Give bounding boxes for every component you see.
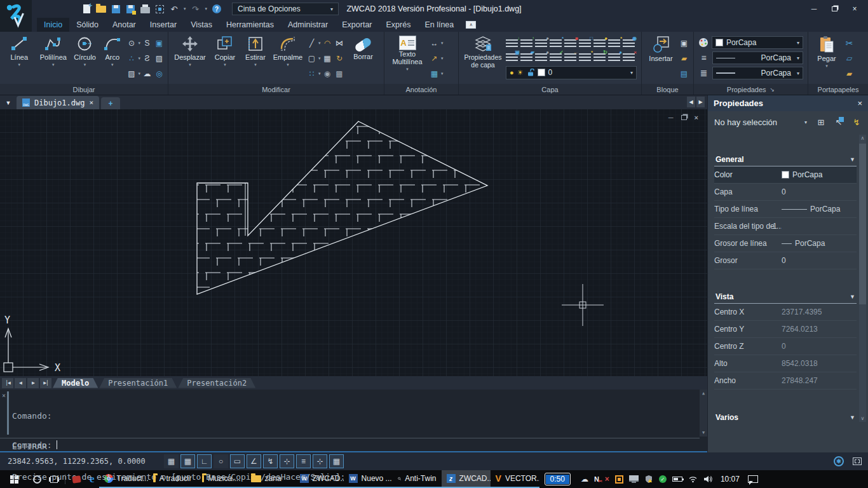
chevron-down-icon[interactable]: ▾ — [318, 56, 321, 61]
ribbon-collapse-button[interactable]: ∧ — [466, 21, 476, 29]
property-row-ancho[interactable]: Ancho 27848.247 — [714, 372, 857, 390]
layer-copy-button[interactable]: ● — [608, 52, 620, 63]
property-row-escala-tipo-linea[interactable]: Escala del tipo de ... 1 — [714, 218, 857, 235]
property-row-alto[interactable]: Alto 8542.0318 — [714, 355, 857, 372]
region-button[interactable]: ▣ — [154, 38, 165, 49]
help-button[interactable]: ? — [212, 4, 222, 14]
hatch-button[interactable]: ▨ — [126, 69, 137, 79]
collapse-section-icon[interactable]: ▼ — [850, 156, 855, 163]
tab-scroll-right-button[interactable]: ▶ — [696, 97, 705, 107]
scroll-up-icon[interactable]: ∧ — [861, 135, 865, 141]
property-row-centro-z[interactable]: Centro Z 0 — [714, 338, 857, 355]
layer-up-button[interactable]: ↑ — [520, 38, 532, 49]
copy-clip-button[interactable]: ▱ — [844, 53, 855, 64]
section-varios-header[interactable]: Varios ▼ — [714, 411, 857, 424]
action-center-icon[interactable] — [748, 475, 758, 483]
section-general-header[interactable]: General ▼ — [714, 153, 857, 166]
tab-vistas[interactable]: Vistas — [184, 18, 219, 32]
texto-multilinea-button[interactable]: A Texto Multilínea ▾ — [388, 34, 427, 83]
command-input[interactable]: Comando: — [0, 438, 700, 451]
layer-match-button[interactable]: ▣ — [506, 52, 518, 63]
previous-layout-button[interactable]: ◀ — [15, 378, 26, 388]
dimension-button[interactable]: ↔ — [429, 38, 440, 49]
tab-en-linea[interactable]: En línea — [417, 18, 461, 32]
command-splitter[interactable] — [7, 391, 9, 435]
layer-set-current-button[interactable]: ✓ — [550, 52, 562, 63]
next-layout-button[interactable]: ▶ — [27, 378, 39, 388]
create-block-button[interactable]: ▣ — [679, 38, 689, 49]
copiar-button[interactable]: Copiar ▾ — [210, 34, 240, 83]
doc-restore-button[interactable] — [681, 115, 687, 120]
minimize-button[interactable]: ─ — [804, 2, 824, 16]
edit-attribute-button[interactable]: ▰ — [679, 53, 689, 64]
properties-close-button[interactable]: × — [857, 98, 862, 108]
section-vista-header[interactable]: Vista ▼ — [714, 290, 857, 304]
layer-previous-button[interactable]: ← — [564, 52, 576, 63]
chevron-down-icon[interactable]: ▾ — [441, 41, 444, 46]
tab-insertar[interactable]: Insertar — [143, 18, 184, 32]
linetype-dropdown[interactable]: PorCapa ▾ — [712, 51, 803, 64]
close-tab-icon[interactable]: × — [89, 98, 93, 107]
manage-attributes-button[interactable]: ▤ — [679, 69, 689, 79]
break-button[interactable]: ◉ — [322, 69, 333, 79]
explode-button[interactable]: ∷ — [306, 69, 317, 79]
layer-isolate-button[interactable]: ◉ — [623, 38, 635, 49]
plot-preview-button[interactable] — [154, 4, 165, 14]
donut-button[interactable]: ◎ — [154, 69, 165, 79]
property-row-capa[interactable]: Capa 0 — [714, 184, 857, 201]
tab-solido[interactable]: Sólido — [69, 18, 105, 32]
chevron-down-icon[interactable]: ▾ — [138, 41, 140, 46]
document-tab-dibujo1[interactable]: DWG Dibujo1.dwg × — [17, 96, 99, 109]
trim-button[interactable]: ╱ — [306, 38, 317, 49]
app-menu-button[interactable] — [0, 0, 32, 32]
cut-button[interactable]: ✂ — [844, 38, 855, 49]
redo-dropdown[interactable]: ▾ — [205, 6, 208, 11]
layer-freeze-button[interactable]: * — [550, 38, 562, 49]
rotate-button[interactable]: ↻ — [334, 53, 345, 64]
tab-inicio[interactable]: Inicio — [37, 18, 69, 32]
propiedades-de-capa-button[interactable]: Propiedades de capa — [462, 34, 504, 83]
point-button[interactable]: ∴ — [126, 53, 137, 64]
command-window[interactable]: × Comando: ESTIRAR Precise punto de esti… — [0, 390, 707, 452]
document-tab-menu-button[interactable]: ▼ — [0, 96, 17, 109]
tab-expres[interactable]: Exprés — [379, 18, 418, 32]
battery-icon[interactable] — [672, 477, 682, 482]
wipeout-button[interactable]: ▨ — [154, 53, 165, 64]
close-button[interactable]: × — [845, 2, 864, 16]
property-row-grosor-de-linea[interactable]: Grosor de línea PorCapa — [714, 235, 857, 252]
last-layout-button[interactable]: ▶| — [40, 378, 51, 388]
layer-merge-button[interactable]: * — [579, 52, 591, 63]
linea-button[interactable]: Línea ▾ — [3, 34, 36, 83]
tab-scroll-left-button[interactable]: ◀ — [687, 97, 695, 107]
layer-change-button[interactable]: ▰ — [520, 52, 532, 63]
estirar-button[interactable]: Estirar ▾ — [241, 34, 269, 83]
mirror-button[interactable]: ⋈ — [334, 38, 345, 49]
tab-presentacion2[interactable]: Presentación2 — [178, 378, 255, 388]
fullscreen-button[interactable] — [853, 458, 862, 465]
match-properties-button[interactable]: ▰ — [844, 69, 855, 79]
chevron-down-icon[interactable]: ▾ — [138, 71, 140, 76]
pegar-button[interactable]: Pegar ▾ — [811, 34, 842, 83]
borrar-button[interactable]: Borrar — [347, 34, 380, 83]
layer-off-button[interactable]: ● — [535, 38, 547, 49]
properties-title-bar[interactable]: Propiedades × — [708, 95, 868, 111]
property-row-tipo-de-linea[interactable]: Tipo de línea PorCapa — [714, 201, 857, 218]
selection-dropdown[interactable]: No hay selección ▾ — [714, 118, 810, 127]
empalme-button[interactable]: Empalme ▾ — [271, 34, 304, 83]
layer-thaw-button[interactable]: * — [608, 38, 620, 49]
chevron-down-icon[interactable]: ▾ — [318, 41, 321, 46]
drawing-canvas[interactable]: X Y ─ × — [0, 109, 707, 376]
tab-herramientas[interactable]: Herramientas — [219, 18, 281, 32]
table-button[interactable]: ▦ — [429, 69, 440, 79]
desplazar-button[interactable]: Desplazar ▾ — [172, 34, 208, 83]
layer-restore-button[interactable]: ↻ — [593, 52, 606, 63]
panel-launcher-icon[interactable]: ↘ — [770, 86, 775, 93]
tray-display-icon[interactable] — [629, 475, 639, 482]
doc-minimize-button[interactable]: ─ — [668, 114, 674, 121]
insertar-button[interactable]: Insertar — [645, 34, 677, 83]
redo-button[interactable]: ↷ — [191, 4, 201, 14]
taskbar-clock[interactable]: 10:07 — [721, 475, 740, 484]
layer-on-button[interactable]: ● — [593, 38, 606, 49]
property-row-color[interactable]: Color PorCapa — [714, 166, 857, 184]
print-button[interactable] — [140, 4, 150, 14]
